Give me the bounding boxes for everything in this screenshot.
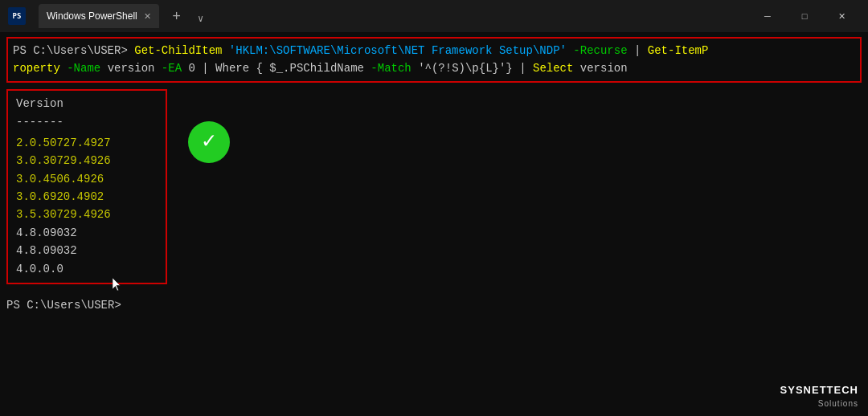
version-list: 2.0.50727.49273.0.30729.49263.0.4506.492…: [16, 134, 158, 278]
list-item: 2.0.50727.4927: [16, 134, 158, 152]
command-line-1: PS C:\Users\USER> Get-ChildItem 'HKLM:\S…: [13, 42, 855, 59]
list-item: 3.5.30729.4926: [16, 206, 158, 223]
where-keyword: Where: [215, 62, 249, 75]
output-divider: -------: [16, 114, 158, 131]
brand-subtitle: Solutions: [780, 398, 858, 410]
titlebar: PS Windows PowerShell ✕ + ∨ ─ □ ✕: [0, 0, 868, 32]
tab-close-icon[interactable]: ✕: [144, 11, 151, 22]
list-item: 4.8.09032: [16, 224, 158, 242]
close-button[interactable]: ✕: [823, 3, 860, 29]
registry-path: 'HKLM:\SOFTWARE\Microsoft\NET Framework …: [229, 44, 567, 57]
success-checkmark: ✓: [188, 121, 230, 163]
second-prompt-area: PS C:\Users\USER>: [6, 297, 862, 314]
list-item: 4.0.0.0: [16, 260, 158, 278]
tab-label: Windows PowerShell: [47, 10, 137, 22]
branding-area: SYSNETTECH Solutions: [780, 382, 858, 410]
list-item: 4.8.09032: [16, 242, 158, 259]
checkmark-icon: ✓: [203, 131, 216, 153]
get-childitem-cmd: Get-ChildItem: [134, 44, 222, 57]
output-block: Version ------- 2.0.50727.49273.0.30729.…: [6, 89, 862, 284]
minimize-button[interactable]: ─: [749, 3, 786, 29]
list-item: 3.0.30729.4926: [16, 152, 158, 169]
tab-dropdown-button[interactable]: ∨: [191, 9, 211, 28]
command-block: PS C:\Users\USER> Get-ChildItem 'HKLM:\S…: [6, 37, 862, 83]
new-tab-button[interactable]: +: [166, 6, 188, 28]
window-controls: ─ □ ✕: [749, 3, 860, 29]
active-tab[interactable]: Windows PowerShell ✕: [39, 4, 159, 28]
command-line-2: roperty -Name version -EA 0 | Where { $_…: [13, 59, 855, 77]
output-table: Version ------- 2.0.50727.49273.0.30729.…: [6, 89, 167, 284]
maximize-button[interactable]: □: [786, 3, 823, 29]
terminal-area[interactable]: PS C:\Users\USER> Get-ChildItem 'HKLM:\S…: [0, 32, 868, 416]
ps-prompt-2: PS C:\Users\USER>: [6, 299, 121, 312]
recurse-param: -Recurse: [567, 44, 628, 57]
select-cmd: Select: [533, 62, 573, 75]
list-item: 3.0.6920.4902: [16, 188, 158, 206]
brand-name: SYSNETTECH: [780, 382, 858, 398]
list-item: 3.0.4506.4926: [16, 170, 158, 188]
app-icon: PS: [8, 7, 26, 25]
checkmark-container: ✓: [188, 121, 230, 163]
output-header: Version: [16, 96, 158, 112]
ps-prompt-1: PS C:\Users\USER>: [13, 44, 134, 57]
tab-area: Windows PowerShell ✕ + ∨: [32, 4, 211, 28]
get-itemproperty-cmd: Get-ItemP: [648, 44, 709, 57]
